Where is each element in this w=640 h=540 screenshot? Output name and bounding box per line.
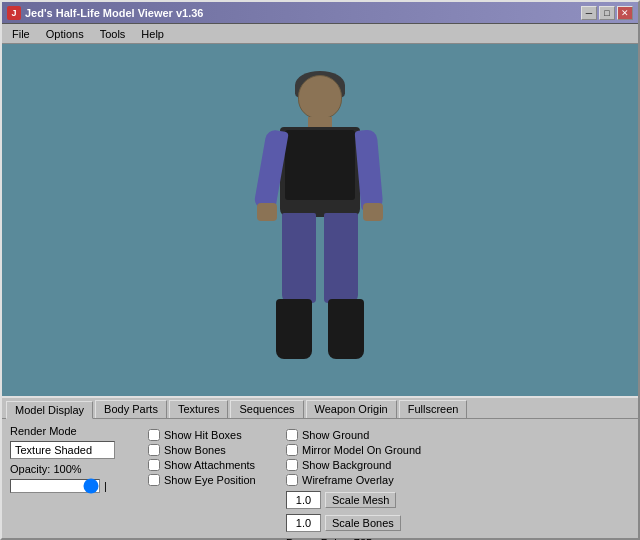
menu-file[interactable]: File: [6, 27, 36, 41]
menu-help[interactable]: Help: [135, 27, 170, 41]
figure-pants-right: [324, 213, 358, 303]
maximize-button[interactable]: □: [599, 6, 615, 20]
opacity-slider[interactable]: [10, 479, 100, 493]
close-button[interactable]: ✕: [617, 6, 633, 20]
checkbox-show-attachments: Show Attachments: [148, 459, 278, 471]
middle-column: Show Hit Boxes Show Bones Show Attachmen…: [148, 425, 278, 540]
model-figure: [260, 75, 380, 365]
tab-fullscreen[interactable]: Fullscreen: [399, 400, 468, 418]
tab-body-parts[interactable]: Body Parts: [95, 400, 167, 418]
title-buttons: ─ □ ✕: [581, 6, 633, 20]
figure-vest: [285, 130, 355, 200]
show-ground-checkbox[interactable]: [286, 429, 298, 441]
menu-tools[interactable]: Tools: [94, 27, 132, 41]
show-background-label: Show Background: [302, 459, 391, 471]
left-column: Render Mode Wireframe Flat Shaded Smooth…: [10, 425, 140, 540]
checkbox-show-hit-boxes: Show Hit Boxes: [148, 429, 278, 441]
3d-viewport[interactable]: [2, 44, 638, 396]
checkbox-show-ground: Show Ground: [286, 429, 446, 441]
panel-content: Render Mode Wireframe Flat Shaded Smooth…: [2, 419, 638, 540]
checkbox-wireframe-overlay: Wireframe Overlay: [286, 474, 446, 486]
scale-mesh-row: Scale Mesh: [286, 491, 446, 509]
wireframe-overlay-checkbox[interactable]: [286, 474, 298, 486]
render-mode-dropdown-wrapper: Wireframe Flat Shaded Smooth Shaded Text…: [10, 441, 140, 459]
figure-boot-left: [276, 299, 312, 359]
scale-bones-button[interactable]: Scale Bones: [325, 515, 401, 531]
tab-bar: Model Display Body Parts Textures Sequen…: [2, 398, 638, 419]
app-icon: J: [7, 6, 21, 20]
scale-mesh-button[interactable]: Scale Mesh: [325, 492, 396, 508]
checkbox-mirror-model: Mirror Model On Ground: [286, 444, 446, 456]
show-ground-label: Show Ground: [302, 429, 369, 441]
window-title: Jed's Half-Life Model Viewer v1.36: [25, 7, 203, 19]
show-attachments-checkbox[interactable]: [148, 459, 160, 471]
scale-bones-input[interactable]: [286, 514, 321, 532]
title-bar: J Jed's Half-Life Model Viewer v1.36 ─ □…: [2, 2, 638, 24]
bottom-panel: Model Display Body Parts Textures Sequen…: [2, 396, 638, 538]
scale-mesh-input[interactable]: [286, 491, 321, 509]
scale-bones-row: Scale Bones: [286, 514, 446, 532]
show-hit-boxes-checkbox[interactable]: [148, 429, 160, 441]
opacity-label: Opacity: 100%: [10, 463, 140, 475]
checkbox-show-eye-position: Show Eye Position: [148, 474, 278, 486]
render-mode-dropdown[interactable]: Wireframe Flat Shaded Smooth Shaded Text…: [10, 441, 115, 459]
tab-textures[interactable]: Textures: [169, 400, 229, 418]
figure-right-hand: [363, 203, 383, 221]
tab-sequences[interactable]: Sequences: [230, 400, 303, 418]
wireframe-overlay-label: Wireframe Overlay: [302, 474, 394, 486]
tab-weapon-origin[interactable]: Weapon Origin: [306, 400, 397, 418]
menu-bar: File Options Tools Help: [2, 24, 638, 44]
right-column: Show Ground Mirror Model On Ground Show …: [286, 425, 446, 540]
show-background-checkbox[interactable]: [286, 459, 298, 471]
slider-end-marker: |: [104, 480, 107, 492]
show-hit-boxes-label: Show Hit Boxes: [164, 429, 242, 441]
mirror-model-label: Mirror Model On Ground: [302, 444, 421, 456]
opacity-slider-row: |: [10, 479, 140, 493]
tab-model-display[interactable]: Model Display: [6, 401, 93, 419]
show-eye-position-checkbox[interactable]: [148, 474, 160, 486]
figure-pants-left: [282, 213, 316, 303]
main-window: J Jed's Half-Life Model Viewer v1.36 ─ □…: [0, 0, 640, 540]
figure-head: [298, 75, 342, 119]
figure-boot-right: [328, 299, 364, 359]
title-bar-left: J Jed's Half-Life Model Viewer v1.36: [7, 6, 203, 20]
show-bones-checkbox[interactable]: [148, 444, 160, 456]
show-bones-label: Show Bones: [164, 444, 226, 456]
figure-left-hand: [257, 203, 277, 221]
checkbox-show-background: Show Background: [286, 459, 446, 471]
mirror-model-checkbox[interactable]: [286, 444, 298, 456]
show-attachments-label: Show Attachments: [164, 459, 255, 471]
minimize-button[interactable]: ─: [581, 6, 597, 20]
checkbox-show-bones: Show Bones: [148, 444, 278, 456]
render-mode-label: Render Mode: [10, 425, 140, 437]
menu-options[interactable]: Options: [40, 27, 90, 41]
drawn-polys: Drawn Polys: 785: [286, 535, 446, 540]
show-eye-position-label: Show Eye Position: [164, 474, 256, 486]
